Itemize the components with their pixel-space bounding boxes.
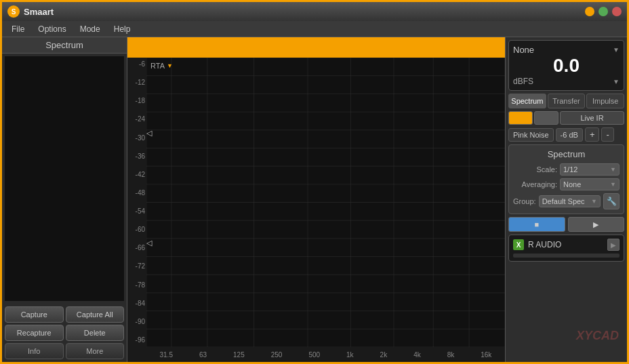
scale-row: Scale: 1/12 ▼ <box>513 163 620 176</box>
x-label: 250 <box>271 351 283 359</box>
tab-impulse[interactable]: Impulse <box>586 94 624 108</box>
level-unit: dBFS <box>513 77 533 86</box>
sub-tab-orange[interactable] <box>508 111 533 125</box>
scale-select[interactable]: 1/12 ▼ <box>560 163 620 176</box>
level-value: 0.0 <box>513 56 620 75</box>
delete-button[interactable]: Delete <box>66 325 125 341</box>
x-label: 63 <box>199 351 207 359</box>
averaging-dropdown-icon: ▼ <box>610 181 616 188</box>
level-unit-row: dBFS ▼ <box>513 77 620 86</box>
menu-help[interactable]: Help <box>107 23 138 35</box>
info-button[interactable]: Info <box>5 343 64 359</box>
audio-channel-name: R AUDIO <box>528 240 603 249</box>
averaging-value: None <box>563 180 581 188</box>
minimize-button[interactable] <box>585 7 594 16</box>
audio-enable-button[interactable]: X <box>513 239 524 250</box>
left-buttons: Capture Capture All Recapture Delete Inf… <box>2 304 127 362</box>
capture-button[interactable]: Capture <box>5 306 64 323</box>
center-panel: -6-12-18-24-30-36-42-48-54-60-66-72-78-8… <box>127 37 505 362</box>
group-row: Group: Default Spec ▼ 🔧 <box>513 193 620 209</box>
pink-noise-button[interactable]: Pink Noise <box>508 128 554 142</box>
audio-channel-inner: X R AUDIO ▶ <box>513 239 620 251</box>
close-button[interactable] <box>612 7 622 16</box>
sub-tab-gray[interactable] <box>534 111 559 125</box>
rta-dropdown-icon[interactable]: ▼ <box>167 62 173 69</box>
y-label: -42 <box>129 171 145 178</box>
right-panel: None ▼ 0.0 dBFS ▼ Spectrum Transfer Impu… <box>505 37 627 362</box>
level-unit-dropdown[interactable]: ▼ <box>613 78 620 85</box>
maximize-button[interactable] <box>598 7 608 16</box>
play-controls-row: ■ ▶ <box>508 217 624 232</box>
audio-level-bar <box>513 254 620 258</box>
window-controls <box>585 7 622 16</box>
menu-options[interactable]: Options <box>31 23 73 35</box>
menu-bar: File Options Mode Help <box>2 21 627 37</box>
y-label: -66 <box>129 245 145 251</box>
marker-30: ◁ <box>146 128 152 137</box>
pink-noise-db: -6 dB <box>556 128 583 142</box>
y-label: -72 <box>129 263 145 270</box>
tab-transfer[interactable]: Transfer <box>548 94 586 108</box>
stop-icon: ■ <box>534 220 539 228</box>
x-label: 2k <box>380 351 388 359</box>
audio-play-button[interactable]: ▶ <box>607 239 620 251</box>
y-label: -24 <box>129 116 145 123</box>
main-content: Spectrum Capture Capture All Recapture D… <box>2 37 627 362</box>
spectrum-view <box>5 56 124 301</box>
wrench-button[interactable]: 🔧 <box>603 193 620 209</box>
y-label: -54 <box>129 208 145 215</box>
y-label: -6 <box>129 61 145 68</box>
scale-value: 1/12 <box>563 165 577 174</box>
x-label: 31.5 <box>159 351 172 359</box>
group-value: Default Spec <box>542 197 585 205</box>
spectrum-panel-header: Spectrum <box>2 37 127 54</box>
audio-channel: X R AUDIO ▶ <box>508 235 624 262</box>
grid-svg <box>146 58 505 347</box>
menu-file[interactable]: File <box>5 23 31 35</box>
y-label: -48 <box>129 190 145 197</box>
title-text: Smaart <box>24 7 54 17</box>
y-label: -90 <box>129 319 145 325</box>
logo-text: S <box>12 8 16 16</box>
rta-label: RTA ▼ <box>150 62 173 70</box>
more-button[interactable]: More <box>66 343 125 359</box>
level-source-row: None ▼ <box>513 45 620 55</box>
pink-noise-row: Pink Noise -6 dB + - <box>508 127 624 142</box>
tab-spectrum[interactable]: Spectrum <box>508 94 546 108</box>
x-label: 4k <box>413 351 421 359</box>
averaging-row: Averaging: None ▼ <box>513 178 620 190</box>
menu-mode[interactable]: Mode <box>73 23 107 35</box>
live-ir-button[interactable]: Live IR <box>560 111 624 125</box>
scale-dropdown-icon: ▼ <box>610 166 616 173</box>
app-window: S Smaart File Options Mode Help Spectrum… <box>0 0 629 364</box>
x-label: 125 <box>233 351 245 359</box>
y-label: -36 <box>129 153 145 160</box>
stop-button[interactable]: ■ <box>508 217 565 232</box>
watermark: XYCAD <box>503 329 619 343</box>
mode-tabs: Spectrum Transfer Impulse <box>508 94 624 108</box>
left-panel: Spectrum Capture Capture All Recapture D… <box>2 37 127 362</box>
spectrum-settings-title: Spectrum <box>513 149 620 159</box>
y-label: -30 <box>129 135 145 142</box>
x-label: 1k <box>346 351 354 359</box>
x-label: 8k <box>447 351 455 359</box>
title-bar: S Smaart <box>2 2 627 21</box>
averaging-select[interactable]: None ▼ <box>560 178 620 190</box>
group-label: Group: <box>513 197 536 205</box>
recapture-button[interactable]: Recapture <box>5 325 64 341</box>
y-label: -96 <box>129 337 145 344</box>
y-axis: -6-12-18-24-30-36-42-48-54-60-66-72-78-8… <box>127 58 146 347</box>
capture-all-button[interactable]: Capture All <box>66 306 125 323</box>
group-dropdown-icon: ▼ <box>591 198 597 205</box>
pink-noise-minus[interactable]: - <box>601 127 613 142</box>
spectrum-settings-section: Spectrum Scale: 1/12 ▼ Averaging: None ▼ <box>508 144 624 214</box>
level-source-text: None <box>513 45 534 55</box>
play-button[interactable]: ▶ <box>568 217 625 232</box>
scale-label: Scale: <box>513 165 557 174</box>
y-label: -84 <box>129 300 145 307</box>
rta-text: RTA <box>150 62 165 70</box>
group-select[interactable]: Default Spec ▼ <box>539 195 601 207</box>
x-label: 16k <box>481 351 491 359</box>
pink-noise-plus[interactable]: + <box>585 127 600 142</box>
level-source-dropdown[interactable]: ▼ <box>613 46 620 54</box>
